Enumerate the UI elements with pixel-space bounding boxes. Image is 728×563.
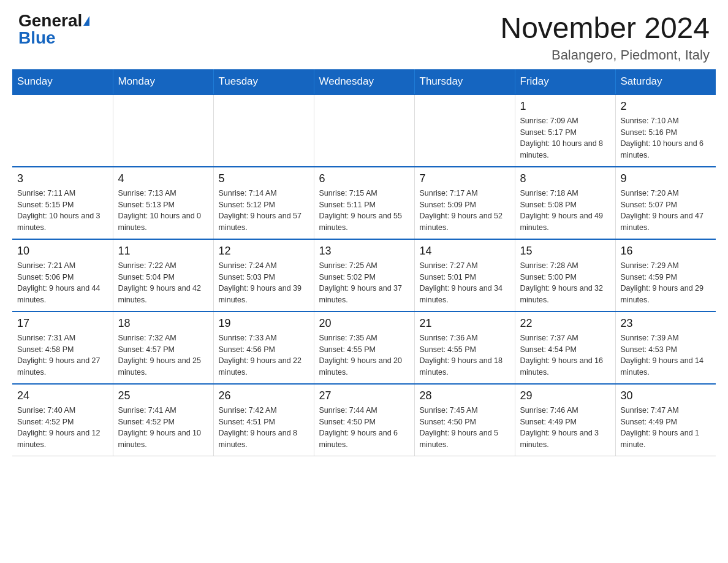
calendar-cell: 6Sunrise: 7:15 AM Sunset: 5:11 PM Daylig… — [314, 167, 414, 239]
day-info: Sunrise: 7:40 AM Sunset: 4:52 PM Dayligh… — [17, 405, 108, 451]
calendar-cell: 1Sunrise: 7:09 AM Sunset: 5:17 PM Daylig… — [515, 94, 615, 167]
day-info: Sunrise: 7:45 AM Sunset: 4:50 PM Dayligh… — [420, 405, 510, 451]
header-sunday: Sunday — [12, 69, 113, 94]
calendar-title: November 2024 — [500, 12, 710, 45]
day-number: 27 — [319, 389, 409, 402]
day-info: Sunrise: 7:37 AM Sunset: 4:54 PM Dayligh… — [520, 332, 610, 378]
calendar-cell: 18Sunrise: 7:32 AM Sunset: 4:57 PM Dayli… — [113, 312, 213, 384]
calendar-cell: 11Sunrise: 7:22 AM Sunset: 5:04 PM Dayli… — [113, 239, 213, 312]
day-number: 9 — [621, 172, 711, 185]
day-number: 24 — [17, 389, 108, 402]
calendar-cell: 23Sunrise: 7:39 AM Sunset: 4:53 PM Dayli… — [615, 312, 716, 384]
header-monday: Monday — [113, 69, 213, 94]
day-info: Sunrise: 7:41 AM Sunset: 4:52 PM Dayligh… — [118, 405, 208, 451]
day-info: Sunrise: 7:24 AM Sunset: 5:03 PM Dayligh… — [219, 260, 309, 306]
day-number: 23 — [621, 317, 711, 330]
day-info: Sunrise: 7:28 AM Sunset: 5:00 PM Dayligh… — [520, 260, 610, 306]
calendar-cell — [12, 94, 113, 167]
week-row-4: 24Sunrise: 7:40 AM Sunset: 4:52 PM Dayli… — [12, 384, 716, 456]
calendar-cell — [213, 94, 314, 167]
calendar-cell: 13Sunrise: 7:25 AM Sunset: 5:02 PM Dayli… — [314, 239, 414, 312]
calendar-cell: 4Sunrise: 7:13 AM Sunset: 5:13 PM Daylig… — [113, 167, 213, 239]
day-info: Sunrise: 7:18 AM Sunset: 5:08 PM Dayligh… — [520, 188, 610, 234]
day-number: 5 — [219, 172, 309, 185]
day-info: Sunrise: 7:35 AM Sunset: 4:55 PM Dayligh… — [319, 332, 409, 378]
day-number: 6 — [319, 172, 409, 185]
day-info: Sunrise: 7:36 AM Sunset: 4:55 PM Dayligh… — [420, 332, 510, 378]
day-number: 22 — [520, 317, 610, 330]
day-number: 28 — [420, 389, 510, 402]
week-row-2: 10Sunrise: 7:21 AM Sunset: 5:06 PM Dayli… — [12, 239, 716, 312]
calendar-cell: 5Sunrise: 7:14 AM Sunset: 5:12 PM Daylig… — [213, 167, 314, 239]
day-number: 19 — [219, 317, 309, 330]
header-friday: Friday — [515, 69, 615, 94]
day-number: 15 — [520, 245, 610, 258]
day-info: Sunrise: 7:25 AM Sunset: 5:02 PM Dayligh… — [319, 260, 409, 306]
day-number: 10 — [17, 245, 108, 258]
day-info: Sunrise: 7:27 AM Sunset: 5:01 PM Dayligh… — [420, 260, 510, 306]
day-info: Sunrise: 7:14 AM Sunset: 5:12 PM Dayligh… — [219, 188, 309, 234]
calendar-cell: 30Sunrise: 7:47 AM Sunset: 4:49 PM Dayli… — [615, 384, 716, 456]
calendar-header-row: SundayMondayTuesdayWednesdayThursdayFrid… — [12, 69, 716, 94]
calendar-cell: 17Sunrise: 7:31 AM Sunset: 4:58 PM Dayli… — [12, 312, 113, 384]
day-info: Sunrise: 7:15 AM Sunset: 5:11 PM Dayligh… — [319, 188, 409, 234]
day-info: Sunrise: 7:20 AM Sunset: 5:07 PM Dayligh… — [621, 188, 711, 234]
day-number: 30 — [621, 389, 711, 402]
day-number: 21 — [420, 317, 510, 330]
calendar-cell: 29Sunrise: 7:46 AM Sunset: 4:49 PM Dayli… — [515, 384, 615, 456]
day-number: 13 — [319, 245, 409, 258]
calendar-cell: 20Sunrise: 7:35 AM Sunset: 4:55 PM Dayli… — [314, 312, 414, 384]
day-info: Sunrise: 7:10 AM Sunset: 5:16 PM Dayligh… — [621, 115, 711, 161]
day-info: Sunrise: 7:29 AM Sunset: 4:59 PM Dayligh… — [621, 260, 711, 306]
week-row-1: 3Sunrise: 7:11 AM Sunset: 5:15 PM Daylig… — [12, 167, 716, 239]
day-number: 4 — [118, 172, 208, 185]
calendar-cell: 3Sunrise: 7:11 AM Sunset: 5:15 PM Daylig… — [12, 167, 113, 239]
week-row-0: 1Sunrise: 7:09 AM Sunset: 5:17 PM Daylig… — [12, 94, 716, 167]
day-number: 7 — [420, 172, 510, 185]
calendar-cell: 10Sunrise: 7:21 AM Sunset: 5:06 PM Dayli… — [12, 239, 113, 312]
calendar-wrapper: SundayMondayTuesdayWednesdayThursdayFrid… — [0, 69, 728, 469]
day-info: Sunrise: 7:47 AM Sunset: 4:49 PM Dayligh… — [621, 405, 711, 451]
day-number: 29 — [520, 389, 610, 402]
day-number: 26 — [219, 389, 309, 402]
title-section: November 2024 Balangero, Piedmont, Italy — [500, 12, 710, 63]
header-thursday: Thursday — [414, 69, 515, 94]
day-number: 18 — [118, 317, 208, 330]
day-number: 1 — [520, 100, 610, 113]
day-number: 12 — [219, 245, 309, 258]
calendar-cell: 14Sunrise: 7:27 AM Sunset: 5:01 PM Dayli… — [414, 239, 515, 312]
day-number: 16 — [621, 245, 711, 258]
logo: General Blue — [18, 12, 89, 47]
header-tuesday: Tuesday — [213, 69, 314, 94]
week-row-3: 17Sunrise: 7:31 AM Sunset: 4:58 PM Dayli… — [12, 312, 716, 384]
day-info: Sunrise: 7:22 AM Sunset: 5:04 PM Dayligh… — [118, 260, 208, 306]
day-number: 3 — [17, 172, 108, 185]
header-saturday: Saturday — [615, 69, 716, 94]
logo-blue-text: Blue — [18, 29, 56, 47]
calendar-cell: 24Sunrise: 7:40 AM Sunset: 4:52 PM Dayli… — [12, 384, 113, 456]
calendar-cell — [314, 94, 414, 167]
calendar-cell: 25Sunrise: 7:41 AM Sunset: 4:52 PM Dayli… — [113, 384, 213, 456]
calendar-cell: 26Sunrise: 7:42 AM Sunset: 4:51 PM Dayli… — [213, 384, 314, 456]
day-number: 17 — [17, 317, 108, 330]
calendar-cell: 19Sunrise: 7:33 AM Sunset: 4:56 PM Dayli… — [213, 312, 314, 384]
calendar-cell: 8Sunrise: 7:18 AM Sunset: 5:08 PM Daylig… — [515, 167, 615, 239]
logo-general-text: General — [18, 12, 82, 29]
calendar-cell: 12Sunrise: 7:24 AM Sunset: 5:03 PM Dayli… — [213, 239, 314, 312]
day-info: Sunrise: 7:39 AM Sunset: 4:53 PM Dayligh… — [621, 332, 711, 378]
day-info: Sunrise: 7:21 AM Sunset: 5:06 PM Dayligh… — [17, 260, 108, 306]
day-info: Sunrise: 7:11 AM Sunset: 5:15 PM Dayligh… — [17, 188, 108, 234]
calendar-cell: 21Sunrise: 7:36 AM Sunset: 4:55 PM Dayli… — [414, 312, 515, 384]
day-info: Sunrise: 7:33 AM Sunset: 4:56 PM Dayligh… — [219, 332, 309, 378]
day-number: 14 — [420, 245, 510, 258]
page-header: General Blue November 2024 Balangero, Pi… — [0, 0, 728, 69]
day-number: 20 — [319, 317, 409, 330]
day-info: Sunrise: 7:32 AM Sunset: 4:57 PM Dayligh… — [118, 332, 208, 378]
day-info: Sunrise: 7:44 AM Sunset: 4:50 PM Dayligh… — [319, 405, 409, 451]
day-number: 8 — [520, 172, 610, 185]
calendar-cell — [414, 94, 515, 167]
day-info: Sunrise: 7:09 AM Sunset: 5:17 PM Dayligh… — [520, 115, 610, 161]
day-info: Sunrise: 7:17 AM Sunset: 5:09 PM Dayligh… — [420, 188, 510, 234]
header-wednesday: Wednesday — [314, 69, 414, 94]
day-info: Sunrise: 7:46 AM Sunset: 4:49 PM Dayligh… — [520, 405, 610, 451]
